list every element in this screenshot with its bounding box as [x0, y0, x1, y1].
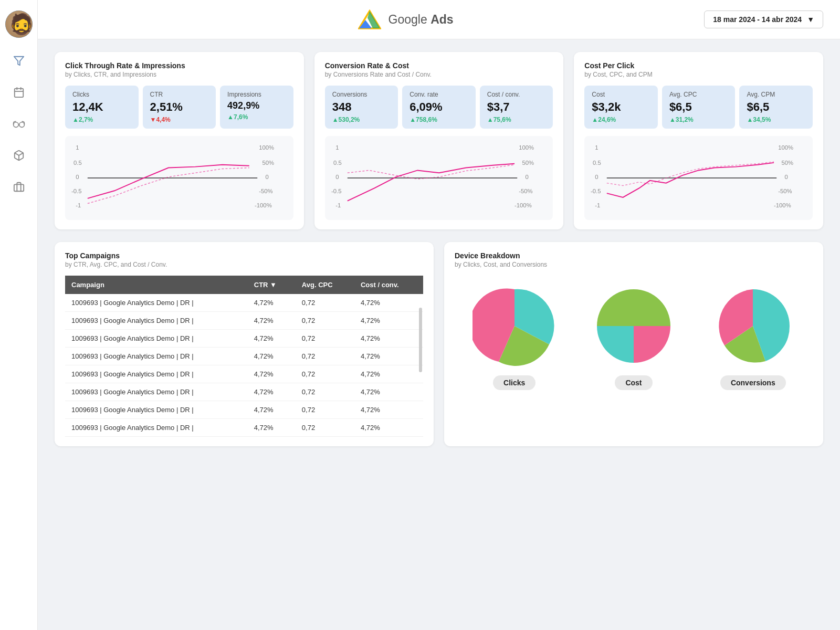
svg-text:0.5: 0.5: [74, 160, 82, 166]
avg-cpm-label: Avg. CPM: [747, 91, 805, 98]
col-campaign: Campaign: [65, 276, 248, 294]
campaign-avg-cpc: 0,72: [296, 401, 354, 419]
top-campaigns-card: Top Campaigns by CTR, Avg. CPC, and Cost…: [55, 242, 434, 446]
table-row: 1009693 | Google Analytics Demo | DR | 4…: [65, 330, 423, 348]
table-header: Top Campaigns by CTR, Avg. CPC, and Cost…: [65, 251, 423, 268]
campaign-name: 1009693 | Google Analytics Demo | DR |: [65, 330, 248, 348]
avg-cpm-change: ▲34,5%: [747, 116, 805, 123]
campaign-cost-conv: 4,72%: [354, 401, 423, 419]
campaign-avg-cpc: 0,72: [296, 383, 354, 401]
svg-text:-1: -1: [76, 203, 81, 209]
svg-text:50%: 50%: [782, 160, 794, 166]
svg-text:0: 0: [266, 174, 269, 180]
pie-conversions-label: Conversions: [720, 375, 786, 390]
conv-rate-change: ▲758,6%: [410, 116, 468, 123]
svg-text:50%: 50%: [522, 160, 534, 166]
conversions-label: Conversions: [332, 91, 391, 98]
svg-text:0: 0: [335, 174, 339, 180]
metric-avg-cpc: Avg. CPC $6,5 ▲31,2%: [662, 86, 736, 129]
campaign-avg-cpc: 0,72: [296, 312, 354, 330]
metric-cost-conv: Cost / conv. $3,7 ▲75,6%: [480, 86, 553, 129]
campaign-ctr: 4,72%: [248, 383, 296, 401]
cube-icon[interactable]: [10, 147, 27, 164]
table-row: 1009693 | Google Analytics Demo | DR | 4…: [65, 365, 423, 383]
conv-rate-value: 6,09%: [410, 100, 468, 114]
col-ctr[interactable]: CTR ▼: [248, 276, 296, 294]
impressions-change: ▲7,6%: [227, 113, 286, 121]
header: Google Ads 18 mar 2024 - 14 abr 2024 ▼: [38, 0, 840, 39]
impressions-value: 492,9%: [227, 100, 286, 111]
campaign-ctr: 4,72%: [248, 348, 296, 365]
campaign-name: 1009693 | Google Analytics Demo | DR |: [65, 401, 248, 419]
device-breakdown-card: Device Breakdown by Clicks, Cost, and Co…: [444, 242, 823, 446]
campaigns-table: Campaign CTR ▼ Avg. CPC Cost / conv. 100…: [65, 276, 423, 437]
campaign-ctr: 4,72%: [248, 419, 296, 437]
svg-text:-50%: -50%: [259, 188, 273, 194]
main-content: Google Ads 18 mar 2024 - 14 abr 2024 ▼ C…: [38, 0, 840, 630]
calendar-icon[interactable]: [10, 84, 27, 101]
pie-conversions: Conversions: [711, 284, 795, 390]
pie-charts-row: Clicks C: [455, 284, 813, 390]
cost-label: Cost: [592, 91, 650, 98]
avatar[interactable]: [5, 10, 33, 38]
chart-conversion: 1 0.5 0 -0.5 -1 100% 50% 0 -50% -100%: [325, 136, 553, 220]
campaigns-title: Top Campaigns: [65, 251, 423, 260]
card1-subtitle: by Clicks, CTR, and Impressions: [65, 71, 293, 78]
card1-metrics: Clicks 12,4K ▲2,7% CTR 2,51% ▼4,4% Impre…: [65, 86, 293, 129]
clicks-value: 12,4K: [72, 100, 131, 114]
filter-icon[interactable]: [10, 52, 27, 69]
ctr-value: 2,51%: [150, 100, 209, 114]
svg-text:-0.5: -0.5: [331, 188, 341, 194]
campaigns-subtitle: by CTR, Avg. CPC, and Cost / Conv.: [65, 261, 423, 268]
campaign-ctr: 4,72%: [248, 365, 296, 383]
svg-text:-1: -1: [335, 203, 341, 209]
campaign-cost-conv: 4,72%: [354, 294, 423, 312]
metric-cost: Cost $3,2k ▲24,6%: [584, 86, 658, 129]
metric-impressions: Impressions 492,9% ▲7,6%: [220, 86, 293, 129]
table-row: 1009693 | Google Analytics Demo | DR | 4…: [65, 383, 423, 401]
campaign-name: 1009693 | Google Analytics Demo | DR |: [65, 365, 248, 383]
card-conversion-cost: Conversion Rate & Cost by Conversions Ra…: [314, 52, 564, 229]
campaign-name: 1009693 | Google Analytics Demo | DR |: [65, 312, 248, 330]
svg-text:50%: 50%: [262, 160, 274, 166]
table-scrollbar[interactable]: [419, 308, 422, 372]
avg-cpc-label: Avg. CPC: [669, 91, 728, 98]
svg-text:100%: 100%: [779, 144, 794, 151]
google-ads-icon: [358, 9, 381, 29]
svg-marker-0: [14, 57, 23, 66]
metric-clicks: Clicks 12,4K ▲2,7%: [65, 86, 139, 129]
svg-text:0.5: 0.5: [593, 160, 601, 166]
campaigns-table-wrapper[interactable]: Campaign CTR ▼ Avg. CPC Cost / conv. 100…: [65, 276, 423, 437]
card2-title: Conversion Rate & Cost: [325, 61, 553, 70]
svg-text:1: 1: [595, 144, 598, 151]
card2-subtitle: by Conversions Rate and Cost / Conv.: [325, 71, 553, 78]
svg-text:-1: -1: [595, 203, 601, 209]
campaign-name: 1009693 | Google Analytics Demo | DR |: [65, 294, 248, 312]
svg-point-5: [13, 122, 18, 128]
bottom-row: Top Campaigns by CTR, Avg. CPC, and Cost…: [55, 242, 823, 446]
cost-change: ▲24,6%: [592, 116, 650, 123]
svg-text:0.5: 0.5: [333, 160, 342, 166]
sidebar: [0, 0, 38, 630]
pie-cost: Cost: [592, 284, 676, 390]
date-range-selector[interactable]: 18 mar 2024 - 14 abr 2024 ▼: [704, 10, 823, 28]
campaign-name: 1009693 | Google Analytics Demo | DR |: [65, 419, 248, 437]
glasses-icon[interactable]: [10, 116, 27, 132]
svg-text:-50%: -50%: [779, 188, 793, 194]
svg-text:-0.5: -0.5: [591, 188, 601, 194]
svg-text:-0.5: -0.5: [71, 188, 81, 194]
card3-title: Cost Per Click: [584, 61, 813, 70]
svg-text:100%: 100%: [519, 144, 534, 151]
pie-cost-label: Cost: [615, 375, 652, 390]
svg-rect-8: [14, 184, 23, 191]
svg-text:0: 0: [525, 174, 528, 180]
card3-metrics: Cost $3,2k ▲24,6% Avg. CPC $6,5 ▲31,2% A…: [584, 86, 813, 129]
briefcase-icon[interactable]: [10, 178, 27, 195]
metric-avg-cpm: Avg. CPM $6,5 ▲34,5%: [739, 86, 813, 129]
svg-text:0: 0: [595, 174, 598, 180]
svg-text:0: 0: [785, 174, 788, 180]
device-subtitle: by Clicks, Cost, and Conversions: [455, 261, 813, 268]
chart-ctr: 1 0.5 0 -0.5 -1 100% 50% 0 -50% -100%: [65, 136, 293, 220]
campaign-avg-cpc: 0,72: [296, 348, 354, 365]
card1-title: Click Through Rate & Impressions: [65, 61, 293, 70]
